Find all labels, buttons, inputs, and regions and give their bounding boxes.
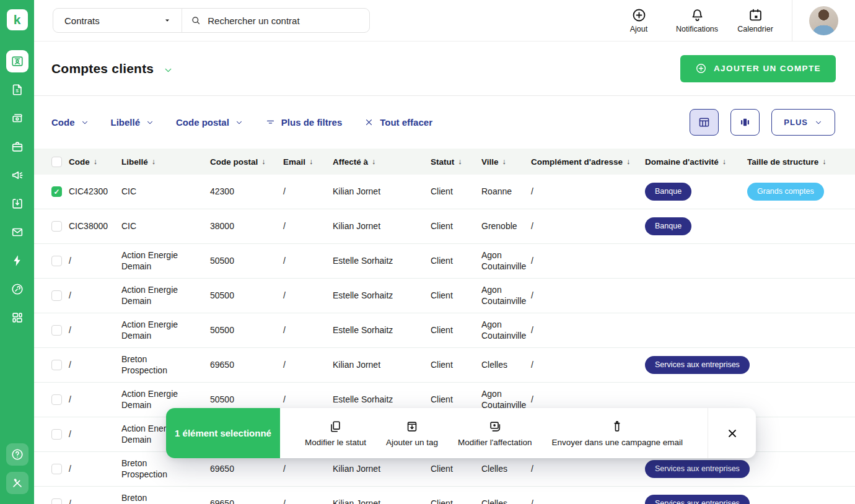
table-row[interactable]: CIC38000CIC38000/Kilian JornetClientGren…	[34, 209, 855, 244]
more-filters-label: Plus de filtres	[281, 117, 342, 128]
more-filters-button[interactable]: Plus de filtres	[265, 117, 342, 128]
column-header[interactable]: Taille de structure↓	[747, 157, 840, 167]
row-checkbox[interactable]	[51, 325, 62, 336]
close-button[interactable]	[708, 408, 756, 458]
cell-domaine: Banque	[645, 217, 747, 236]
sidebar-item-mail[interactable]	[6, 221, 28, 243]
cell-text: Breton Prospection	[121, 493, 195, 504]
taille-tag[interactable]: Grands comptes	[747, 183, 824, 201]
table-header-row: Code↓Libellé↓Code postal↓Email↓Affecté à…	[34, 149, 855, 175]
tools-icon	[11, 476, 24, 490]
module-selector[interactable]: Contrats	[53, 9, 182, 32]
selection-action-modify-status[interactable]: Modifier le statut	[305, 420, 366, 447]
sidebar-item-imports[interactable]	[6, 193, 28, 215]
user-avatar[interactable]	[809, 6, 838, 35]
sidebar-item-contacts[interactable]	[6, 50, 28, 72]
column-header-label: Taille de structure	[747, 157, 818, 167]
domaine-tag[interactable]: Banque	[645, 217, 691, 236]
topbar-action-ajout[interactable]: Ajout	[612, 7, 665, 33]
row-checkbox[interactable]	[51, 498, 62, 504]
column-header[interactable]: Ville↓	[481, 157, 531, 167]
column-header[interactable]: Complément d'adresse↓	[531, 157, 645, 167]
filter-code-label: Code	[51, 117, 75, 128]
sort-down-icon[interactable]: ↓	[94, 157, 97, 166]
cell-complement: /	[531, 290, 645, 302]
domaine-tag[interactable]: Banque	[645, 183, 691, 201]
selection-action-add-tag[interactable]: Ajouter un tag	[386, 420, 438, 447]
column-header-label: Email	[283, 157, 305, 167]
table-view-button[interactable]	[690, 109, 719, 136]
filter-libelle[interactable]: Libellé	[111, 117, 155, 128]
row-checkbox[interactable]	[51, 360, 62, 370]
row-checkbox[interactable]	[51, 221, 62, 232]
sort-down-icon[interactable]: ↓	[372, 157, 375, 166]
sort-down-icon[interactable]: ↓	[626, 157, 630, 166]
sort-down-icon[interactable]: ↓	[152, 157, 156, 166]
domaine-tag[interactable]: Services aux entreprises	[645, 356, 750, 375]
id-card-icon	[11, 54, 24, 68]
sort-down-icon[interactable]: ↓	[502, 157, 506, 166]
table-row[interactable]: /Action Energie Demain50500/Estelle Sorh…	[34, 313, 855, 348]
column-header[interactable]: Statut↓	[431, 157, 481, 167]
row-checkbox[interactable]	[51, 429, 62, 440]
cell-affecte_a: Kilian Jornet	[333, 464, 431, 475]
sidebar-item-invoices[interactable]: $	[6, 79, 28, 101]
domaine-tag[interactable]: Services aux entreprises	[645, 460, 750, 479]
column-header[interactable]: Code↓	[69, 157, 121, 167]
sidebar-item-campaigns[interactable]	[6, 164, 28, 186]
row-checkbox[interactable]	[51, 394, 62, 405]
sidebar-item-payments[interactable]	[6, 107, 28, 129]
clear-all-button[interactable]: Tout effacer	[364, 117, 432, 128]
row-checkbox[interactable]	[51, 186, 62, 197]
select-all-checkbox[interactable]	[51, 157, 62, 167]
cell-text: Agon Coutainville	[481, 389, 526, 411]
selection-action-send-email-campaign[interactable]: Envoyer dans une campagne email	[551, 420, 683, 447]
row-checkbox[interactable]	[51, 256, 62, 266]
row-checkbox-cell	[51, 256, 69, 266]
table-row[interactable]: /Action Energie Demain50500/Estelle Sorh…	[34, 244, 855, 279]
plus-button[interactable]: PLUS	[771, 109, 835, 136]
add-account-button[interactable]: AJOUTER UN COMPTE	[680, 55, 836, 82]
topbar-action-notifications[interactable]: Notifications	[670, 7, 724, 33]
column-header[interactable]: Email↓	[283, 157, 333, 167]
sidebar-item-briefcase[interactable]	[6, 136, 28, 158]
sort-down-icon[interactable]: ↓	[722, 157, 726, 166]
sidebar-item-toolbox[interactable]	[6, 472, 28, 494]
table-row[interactable]: /Breton Prospection69650/Kilian JornetCl…	[34, 487, 855, 504]
kanban-view-button[interactable]	[730, 109, 760, 136]
title-chevron-down-icon[interactable]	[163, 65, 173, 76]
table-row[interactable]: CIC42300CIC42300/Kilian JornetClientRoan…	[34, 175, 855, 209]
app-logo[interactable]: k	[7, 9, 28, 30]
cell-complement: /	[531, 498, 645, 504]
sort-down-icon[interactable]: ↓	[261, 157, 265, 166]
filter-code-postal[interactable]: Code postal	[176, 117, 243, 128]
table-row[interactable]: /Action Energie Demain50500/Estelle Sorh…	[34, 279, 855, 313]
sort-down-icon[interactable]: ↓	[458, 157, 462, 166]
table-row[interactable]: /Breton Prospection69650/Kilian JornetCl…	[34, 348, 855, 383]
cell-affecte_a: Kilian Jornet	[333, 498, 431, 504]
sort-down-icon[interactable]: ↓	[309, 157, 313, 166]
plus-circle-icon	[695, 63, 707, 74]
cell-email: /	[283, 186, 333, 198]
column-header[interactable]: Affecté à↓	[333, 157, 431, 167]
topbar-action-list: AjoutNotificationsCalendrier	[612, 7, 782, 33]
filter-code[interactable]: Code	[51, 117, 89, 128]
sidebar-item-automations[interactable]	[6, 250, 28, 272]
domaine-tag[interactable]: Services aux entreprises	[645, 495, 750, 504]
column-header[interactable]: Code postal↓	[210, 157, 283, 167]
sidebar-item-help[interactable]	[6, 443, 28, 466]
row-checkbox-cell	[51, 394, 69, 405]
search-input[interactable]	[208, 15, 361, 26]
cell-affecte_a: Estelle Sorhaitz	[333, 325, 431, 336]
column-header[interactable]: Libellé↓	[121, 157, 210, 167]
main-area: Contrats AjoutNotificationsCalendrier Co…	[34, 0, 855, 504]
row-checkbox[interactable]	[51, 290, 62, 301]
cell-affecte_a: Estelle Sorhaitz	[333, 256, 431, 267]
sidebar-item-apps[interactable]	[6, 306, 28, 329]
sort-down-icon[interactable]: ↓	[822, 157, 826, 166]
topbar-action-calendrier[interactable]: Calendrier	[729, 7, 782, 33]
row-checkbox[interactable]	[51, 464, 62, 474]
sidebar-item-support[interactable]	[6, 278, 28, 300]
column-header[interactable]: Domaine d'activité↓	[645, 157, 747, 167]
selection-action-modify-assignment[interactable]: Modifier l'affectation	[458, 420, 532, 447]
